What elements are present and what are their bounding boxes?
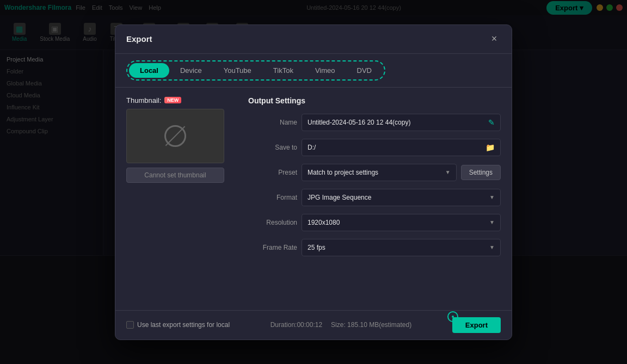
export-final-button[interactable]: Export bbox=[452, 317, 501, 333]
form-row-preset: Preset Match to project settings ▼ Setti… bbox=[248, 164, 501, 181]
use-last-settings-label: Use last export settings for local bbox=[137, 321, 230, 329]
resolution-label: Resolution bbox=[248, 219, 297, 226]
resolution-dropdown[interactable]: 1920x1080 ▼ bbox=[302, 214, 501, 231]
edit-name-icon[interactable]: ✎ bbox=[488, 118, 495, 127]
frame-rate-dropdown[interactable]: 25 fps ▼ bbox=[302, 239, 501, 256]
thumbnail-preview bbox=[126, 109, 224, 163]
format-chevron-icon: ▼ bbox=[489, 194, 495, 200]
save-to-label: Save to bbox=[248, 144, 297, 151]
resolution-chevron-icon: ▼ bbox=[489, 219, 495, 225]
size-label: Size: 185.10 MB(estimated) bbox=[331, 321, 411, 329]
preset-value: Match to project settings bbox=[308, 169, 378, 176]
frame-rate-label: Frame Rate bbox=[248, 244, 297, 251]
tab-vimeo[interactable]: Vimeo bbox=[304, 63, 346, 78]
form-row-frame-rate: Frame Rate 25 fps ▼ bbox=[248, 239, 501, 256]
thumbnail-label: Thumbnail: NEW bbox=[126, 96, 235, 104]
dialog-close-button[interactable]: × bbox=[488, 33, 501, 46]
tab-dvd[interactable]: DVD bbox=[346, 63, 383, 78]
tab-youtube[interactable]: YouTube bbox=[213, 63, 262, 78]
thumbnail-text: Thumbnail: bbox=[126, 96, 161, 104]
preset-dropdown[interactable]: Match to project settings ▼ bbox=[302, 164, 457, 181]
format-dropdown[interactable]: JPG Image Sequence ▼ bbox=[302, 189, 501, 206]
folder-browse-icon[interactable]: 📁 bbox=[485, 143, 495, 152]
preset-chevron-icon: ▼ bbox=[445, 169, 451, 175]
resolution-value: 1920x1080 bbox=[308, 219, 340, 226]
export-dialog: Export × Local Device YouTube TikTok Vim… bbox=[115, 24, 512, 340]
output-settings: Output Settings Name Untitled-2024-05-16… bbox=[248, 96, 501, 301]
form-row-resolution: Resolution 1920x1080 ▼ bbox=[248, 214, 501, 231]
form-row-format: Format JPG Image Sequence ▼ bbox=[248, 189, 501, 206]
tab-local[interactable]: Local bbox=[129, 63, 169, 78]
format-value: JPG Image Sequence bbox=[308, 194, 371, 201]
form-row-save-to: Save to D:/ 📁 bbox=[248, 139, 501, 156]
name-value: Untitled-2024-05-16 20 12 44(copy) bbox=[308, 119, 485, 126]
tab-tiktok[interactable]: TikTok bbox=[262, 63, 304, 78]
tab-group: Local Device YouTube TikTok Vimeo DVD bbox=[126, 60, 385, 81]
thumbnail-section: Thumbnail: NEW Cannot set thumbnail bbox=[126, 96, 235, 301]
tab-device[interactable]: Device bbox=[169, 63, 213, 78]
dialog-title: Export bbox=[126, 34, 152, 44]
form-row-name: Name Untitled-2024-05-16 20 12 44(copy) … bbox=[248, 114, 501, 131]
set-thumbnail-button[interactable]: Cannot set thumbnail bbox=[126, 168, 224, 183]
preset-label: Preset bbox=[248, 169, 297, 176]
use-last-settings-checkbox[interactable] bbox=[126, 321, 134, 329]
output-settings-title: Output Settings bbox=[248, 96, 501, 105]
dialog-tabs-container: Local Device YouTube TikTok Vimeo DVD bbox=[115, 54, 512, 88]
format-label: Format bbox=[248, 194, 297, 201]
dialog-body: Thumbnail: NEW Cannot set thumbnail Outp… bbox=[115, 88, 512, 310]
save-to-value: D:/ bbox=[308, 144, 482, 151]
frame-rate-value: 25 fps bbox=[308, 244, 325, 251]
name-input-container: Untitled-2024-05-16 20 12 44(copy) ✎ bbox=[302, 114, 501, 131]
footer-info: Duration:00:00:12 Size: 185.10 MB(estima… bbox=[271, 321, 411, 329]
dialog-header: Export × bbox=[115, 25, 512, 54]
new-badge: NEW bbox=[164, 97, 181, 103]
dialog-footer: Use last export settings for local Durat… bbox=[115, 310, 512, 340]
name-label: Name bbox=[248, 119, 297, 126]
use-last-settings-row: Use last export settings for local bbox=[126, 321, 230, 329]
duration-label: Duration:00:00:12 bbox=[271, 321, 322, 329]
save-to-input[interactable]: D:/ 📁 bbox=[302, 139, 501, 156]
no-thumbnail-icon bbox=[164, 125, 186, 147]
frame-rate-chevron-icon: ▼ bbox=[489, 244, 495, 250]
preset-settings-button[interactable]: Settings bbox=[461, 165, 501, 180]
modal-overlay: Export × Local Device YouTube TikTok Vim… bbox=[0, 0, 627, 364]
